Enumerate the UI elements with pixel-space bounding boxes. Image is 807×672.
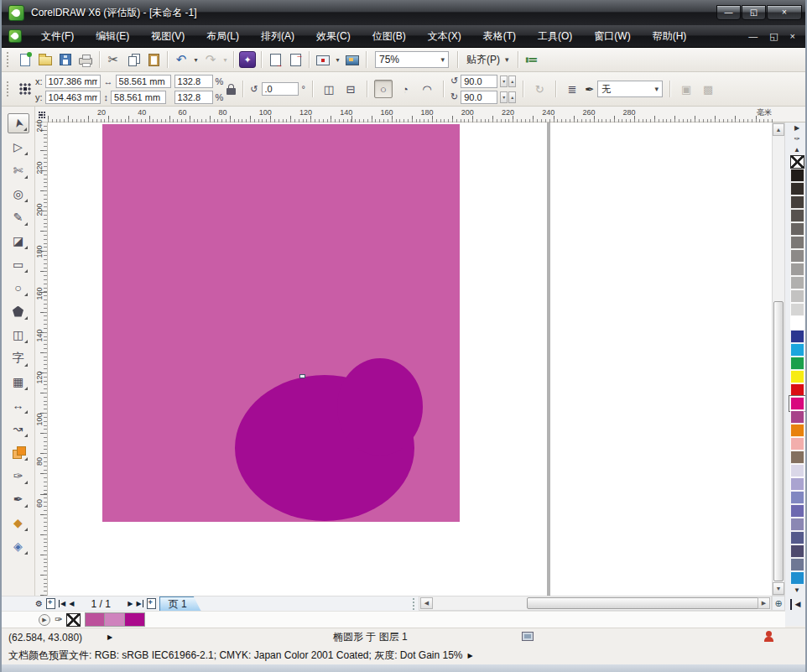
- start-angle-spinner[interactable]: ▾▴: [500, 76, 516, 87]
- search-content-icon[interactable]: ✦: [237, 49, 258, 70]
- proof-colors-icon[interactable]: [522, 632, 534, 641]
- redo-icon[interactable]: ↷: [200, 49, 221, 70]
- document-color-swatch[interactable]: [125, 612, 145, 627]
- menu-item-tools[interactable]: 工具(O): [527, 25, 583, 47]
- import-icon[interactable]: [265, 49, 285, 70]
- crop-tool[interactable]: ✄: [8, 160, 29, 180]
- palette-swatch[interactable]: [790, 424, 804, 437]
- previous-page-icon[interactable]: ◀: [69, 600, 74, 607]
- export-icon[interactable]: [285, 49, 305, 70]
- polygon-tool[interactable]: [8, 301, 29, 321]
- interactive-fill-tool[interactable]: ◈: [8, 536, 29, 556]
- vertical-ruler[interactable]: 2402202001801601401201008060: [35, 122, 48, 596]
- doc-eyedropper-icon[interactable]: ✑: [55, 614, 62, 625]
- vertical-scroll-thumb[interactable]: [773, 301, 784, 581]
- propbar-grip[interactable]: [7, 81, 11, 96]
- document-color-swatch[interactable]: [105, 612, 125, 627]
- shape-tool[interactable]: ▷: [8, 137, 29, 157]
- pick-tool[interactable]: ➤: [8, 113, 29, 133]
- undo-icon[interactable]: ↶: [171, 49, 191, 70]
- menu-item-help[interactable]: 帮助(H): [642, 25, 698, 47]
- palette-eyedropper-icon[interactable]: ✑: [790, 133, 804, 144]
- x-position-field[interactable]: [45, 75, 101, 88]
- object-height-field[interactable]: [111, 91, 166, 104]
- palette-swatch[interactable]: [790, 343, 804, 357]
- lock-ratio-icon[interactable]: [226, 88, 236, 95]
- palette-no-color-swatch[interactable]: [790, 155, 804, 169]
- new-document-icon[interactable]: [15, 49, 35, 70]
- small-ellipse-shape[interactable]: [337, 358, 423, 456]
- palette-scroll-down-icon[interactable]: ▼: [790, 585, 804, 596]
- scroll-down-icon[interactable]: ▼: [773, 582, 784, 595]
- palette-expand-icon[interactable]: ◀: [790, 599, 804, 610]
- rotation-angle-field[interactable]: [262, 82, 299, 96]
- menu-item-bitmaps[interactable]: 位图(B): [362, 25, 417, 47]
- navigator-icon[interactable]: ⊕: [772, 596, 785, 611]
- text-wrap-icon[interactable]: ≣: [563, 80, 581, 98]
- outline-pen-tool[interactable]: ✒: [8, 489, 29, 509]
- y-position-field[interactable]: [45, 91, 101, 104]
- menu-item-file[interactable]: 文件(F): [30, 25, 85, 47]
- node-handle[interactable]: [299, 374, 305, 378]
- palette-swatch[interactable]: [790, 383, 804, 397]
- page-settings-icon[interactable]: ⚙: [35, 599, 43, 608]
- outline-width-select[interactable]: 无 ▾: [597, 81, 663, 97]
- palette-swatch[interactable]: [790, 451, 804, 464]
- add-page-icon[interactable]: [147, 598, 156, 609]
- menu-item-edit[interactable]: 编辑(E): [85, 25, 140, 47]
- close-button[interactable]: ×: [767, 5, 802, 20]
- welcome-screen-icon[interactable]: [342, 49, 362, 70]
- rectangle-tool[interactable]: ▭: [8, 254, 29, 274]
- scroll-left-icon[interactable]: ◀: [420, 597, 433, 609]
- palette-play-icon[interactable]: ▶: [39, 614, 50, 626]
- launcher-dropdown-icon[interactable]: ▾: [333, 49, 342, 70]
- print-icon[interactable]: [75, 49, 96, 70]
- ellipse-tool[interactable]: ○: [8, 278, 29, 298]
- smart-fill-tool[interactable]: ◪: [8, 231, 29, 251]
- scale-y-field[interactable]: [174, 91, 213, 104]
- palette-swatch[interactable]: [790, 558, 804, 571]
- horizontal-scrollbar[interactable]: ◀ ▶: [419, 596, 772, 611]
- copy-icon[interactable]: [123, 49, 143, 70]
- mirror-vertical-icon[interactable]: ⊟: [341, 80, 360, 98]
- next-page-icon[interactable]: ▶: [128, 600, 133, 607]
- horizontal-scroll-thumb[interactable]: [527, 597, 760, 609]
- table-tool[interactable]: ▦: [8, 372, 29, 392]
- palette-swatch[interactable]: [790, 316, 804, 330]
- palette-swatch[interactable]: [790, 169, 804, 182]
- last-page-icon[interactable]: ▶: [136, 600, 143, 607]
- menu-item-view[interactable]: 视图(V): [140, 25, 195, 47]
- zoom-tool[interactable]: ◎: [8, 184, 29, 204]
- object-width-field[interactable]: [116, 75, 171, 88]
- palette-swatch[interactable]: [790, 263, 804, 276]
- menu-item-layout[interactable]: 布局(L): [195, 25, 250, 47]
- arc-mode-button[interactable]: ◠: [418, 80, 436, 98]
- dimension-tool[interactable]: ↔: [8, 395, 29, 415]
- drop-shadow-tool[interactable]: [8, 442, 29, 462]
- palette-swatch[interactable]: [790, 209, 804, 222]
- document-color-swatch[interactable]: [85, 612, 105, 627]
- redo-dropdown-icon[interactable]: ▾: [221, 49, 230, 70]
- pie-mode-button[interactable]: ◔: [396, 80, 414, 98]
- palette-swatch[interactable]: [790, 410, 804, 424]
- scroll-up-icon[interactable]: ▲: [773, 123, 784, 136]
- palette-swatch[interactable]: [790, 236, 804, 249]
- palette-swatch[interactable]: [790, 504, 804, 518]
- palette-swatch[interactable]: [790, 330, 804, 343]
- palette-scroll-up-icon[interactable]: ▲: [790, 144, 804, 155]
- add-page-icon[interactable]: [46, 598, 55, 609]
- palette-swatch[interactable]: [790, 518, 804, 531]
- drawing-canvas[interactable]: [48, 122, 772, 596]
- open-icon[interactable]: [35, 49, 55, 70]
- membership-icon[interactable]: [763, 631, 775, 643]
- undo-dropdown-icon[interactable]: ▾: [191, 49, 200, 70]
- palette-swatch[interactable]: [790, 477, 804, 491]
- menu-item-window[interactable]: 窗口(W): [583, 25, 641, 47]
- palette-swatch[interactable]: [790, 276, 804, 289]
- app-launcher-icon[interactable]: [313, 49, 333, 70]
- status-flyout-icon[interactable]: ▶: [107, 633, 112, 641]
- color-eyedropper-tool[interactable]: ✑: [8, 466, 29, 486]
- maximize-button[interactable]: ◱: [742, 5, 766, 20]
- first-page-icon[interactable]: ◀: [59, 600, 65, 607]
- palette-swatch[interactable]: [790, 571, 804, 585]
